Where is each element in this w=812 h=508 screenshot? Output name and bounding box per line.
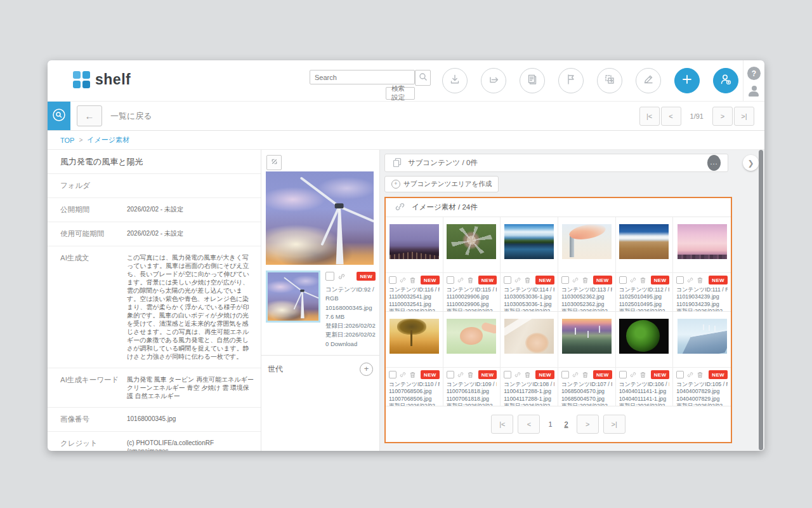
new-badge: NEW [651, 276, 670, 284]
field-value: 風力発電 風車 タービン 再生可能エネルギー クリーンエネルギー 青空 夕焼け … [127, 375, 254, 400]
back-button[interactable]: ← [77, 105, 102, 126]
link-icon[interactable] [686, 276, 694, 284]
related-item: NEW コンテンツID:105 / RGB 10404007829.jpg 10… [673, 312, 731, 406]
related-thumbnail[interactable] [501, 217, 558, 273]
link-icon[interactable] [572, 276, 579, 284]
new-badge: NEW [357, 272, 376, 281]
next-record-button[interactable]: > [712, 107, 733, 126]
add-generation-button[interactable]: + [360, 363, 373, 376]
next-page-button[interactable]: > [577, 415, 599, 434]
profile-icon[interactable] [749, 86, 759, 97]
select-checkbox[interactable] [389, 371, 396, 378]
delete-icon[interactable] [409, 371, 416, 378]
page-number-link[interactable]: 2 [565, 420, 568, 428]
last-record-button[interactable]: >| [734, 107, 754, 126]
collapse-panel-button[interactable]: ❯ [743, 155, 759, 171]
main-preview-image[interactable] [266, 171, 374, 265]
delete-icon[interactable] [697, 371, 704, 378]
file-name: 11019034239.jpg [676, 293, 728, 300]
related-thumbnail[interactable] [386, 217, 443, 273]
breadcrumb-separator: > [79, 137, 82, 144]
more-options-button[interactable]: ... [707, 155, 721, 171]
thumbnail-image [447, 224, 496, 259]
related-thumbnail[interactable] [673, 312, 731, 368]
file-name: 10404007829.jpg [676, 388, 728, 395]
select-checkbox[interactable] [561, 276, 569, 284]
last-page-button[interactable]: >| [603, 415, 625, 434]
brand-name: shelf [95, 71, 131, 88]
delete-icon[interactable] [467, 371, 474, 378]
search-input[interactable] [310, 70, 415, 84]
delete-icon[interactable] [697, 277, 704, 284]
delete-icon[interactable] [524, 277, 531, 284]
delete-icon[interactable] [639, 277, 646, 284]
link-icon[interactable] [514, 276, 521, 284]
delete-icon[interactable] [639, 371, 646, 378]
content-id: コンテンツID:110 / RGB [389, 381, 440, 388]
related-thumbnail[interactable] [558, 312, 615, 368]
delete-icon[interactable] [582, 371, 589, 378]
prev-page-button[interactable]: < [518, 415, 540, 434]
expand-preview-button[interactable] [266, 155, 282, 170]
add-button[interactable] [674, 68, 700, 93]
vertical-scrollbar[interactable] [759, 150, 763, 450]
related-thumbnail[interactable] [443, 312, 501, 368]
search-panel-toggle[interactable] [48, 102, 70, 130]
related-thumbnail[interactable] [558, 217, 615, 273]
select-checkbox[interactable] [325, 272, 334, 281]
related-thumbnail[interactable] [501, 312, 558, 368]
delete-icon[interactable] [582, 277, 589, 284]
download-button[interactable] [442, 68, 468, 93]
select-checkbox[interactable] [504, 371, 511, 378]
export-button[interactable] [481, 68, 506, 93]
edit-button[interactable] [636, 68, 661, 93]
link-icon[interactable] [337, 272, 346, 281]
select-checkbox[interactable] [619, 276, 627, 284]
field-value: 2026/02/02 - 未設定 [127, 229, 254, 239]
breadcrumb-category-link[interactable]: イメージ素材 [87, 135, 129, 145]
select-checkbox[interactable] [619, 371, 627, 378]
select-checkbox[interactable] [676, 276, 684, 284]
breadcrumb-top-link[interactable]: TOP [60, 137, 74, 144]
link-icon[interactable] [457, 371, 464, 378]
user-upload-button[interactable] [713, 68, 738, 93]
updated-date: 更新日:2026/02/02 [561, 308, 612, 311]
selected-thumbnail[interactable] [266, 271, 320, 323]
related-thumbnail[interactable] [673, 217, 731, 273]
link-icon[interactable] [572, 371, 579, 378]
related-thumbnail[interactable] [443, 217, 501, 273]
first-page-button[interactable]: |< [491, 415, 513, 434]
duplicate-area-button[interactable] [597, 68, 622, 93]
related-item: NEW コンテンツID:106 / RGB 10404011141-1.jpg … [616, 312, 674, 406]
search-button[interactable] [415, 70, 431, 86]
file-name-2: 10404011141-1.jpg [619, 396, 670, 403]
link-icon[interactable] [514, 371, 521, 378]
link-icon[interactable] [629, 371, 637, 378]
flag-button[interactable] [558, 68, 584, 93]
link-icon[interactable] [457, 276, 464, 284]
help-button[interactable]: ? [747, 67, 761, 80]
prev-record-button[interactable]: < [661, 107, 681, 126]
related-thumbnail[interactable] [616, 312, 673, 368]
delete-icon[interactable] [467, 277, 474, 284]
related-thumbnail[interactable] [616, 217, 673, 273]
select-checkbox[interactable] [676, 371, 684, 378]
link-icon[interactable] [686, 371, 694, 378]
updated-date: 更新日:2026/02/02 [619, 403, 670, 406]
link-icon[interactable] [399, 371, 407, 378]
create-subcontent-area-button[interactable]: + サブコンテンツエリアを作成 [384, 176, 499, 192]
delete-icon[interactable] [409, 277, 416, 284]
select-checkbox[interactable] [389, 276, 396, 284]
link-icon[interactable] [629, 276, 637, 284]
related-thumbnail[interactable] [386, 312, 443, 368]
select-checkbox[interactable] [561, 371, 569, 378]
select-checkbox[interactable] [447, 371, 454, 378]
select-checkbox[interactable] [447, 276, 454, 284]
link-icon[interactable] [399, 276, 407, 284]
updated-date: 更新日:2026/02/02 [676, 403, 728, 406]
delete-icon[interactable] [524, 371, 531, 378]
search-settings-button[interactable]: 検索設定 [386, 87, 415, 100]
first-record-button[interactable]: |< [639, 107, 660, 126]
document-button[interactable] [520, 68, 545, 93]
select-checkbox[interactable] [504, 276, 511, 284]
